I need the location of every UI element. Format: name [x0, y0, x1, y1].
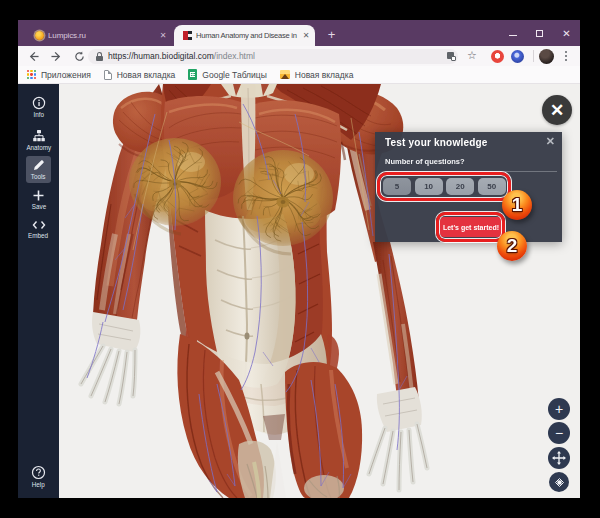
sidebar-item-help[interactable]: Help: [18, 465, 59, 488]
tab-title: Human Anatomy and Disease in: [196, 31, 298, 40]
biodigital-favicon-icon: [183, 31, 192, 40]
bookmark-newtab-1[interactable]: Новая вкладка: [104, 70, 176, 80]
sidebar-item-info[interactable]: Info: [18, 96, 59, 118]
extension-blue-icon[interactable]: [511, 50, 524, 63]
lumpics-favicon-icon: [35, 31, 44, 40]
code-icon: [32, 219, 46, 231]
sheets-icon: [188, 69, 197, 80]
quiz-title: Test your knowledge: [385, 137, 488, 148]
address-bar[interactable]: https://human.biodigital.com/index.html: [88, 49, 458, 65]
page-icon: [104, 70, 112, 80]
bookmark-star-icon[interactable]: ☆: [467, 50, 477, 61]
sidebar-item-anatomy[interactable]: Anatomy: [18, 129, 59, 151]
url-text: https://human.biodigital.com/index.html: [108, 51, 255, 61]
tab-close-icon[interactable]: ✕: [159, 32, 167, 40]
bookmark-apps[interactable]: Приложения: [27, 70, 91, 80]
close-window-button[interactable]: ✕: [553, 20, 580, 46]
question-count-label: Number of questions?: [385, 157, 465, 166]
question-circle-icon: [31, 465, 46, 480]
tab-strip: Lumpics.ru ✕ Human Anatomy and Disease i…: [18, 20, 580, 46]
sidebar-item-tools[interactable]: Tools: [18, 159, 59, 180]
minimize-button[interactable]: [499, 20, 526, 46]
annotation-step-1: 1: [502, 190, 532, 220]
app-sidebar: Info Anatomy Tools Save: [18, 84, 59, 498]
translate-icon[interactable]: [447, 52, 456, 61]
bookmark-sheets[interactable]: Google Таблицы: [188, 69, 266, 80]
reset-view-button[interactable]: [549, 472, 569, 492]
eye-icon: [553, 476, 566, 489]
quiz-close-icon[interactable]: ✕: [546, 135, 555, 148]
sidebar-item-embed[interactable]: Embed: [18, 219, 59, 239]
anatomy-hierarchy-icon: [32, 129, 46, 143]
zoom-out-button[interactable]: −: [548, 422, 570, 444]
viewer-close-button[interactable]: ✕: [542, 95, 572, 125]
apps-grid-icon: [27, 70, 36, 79]
annotation-highlight-start: [436, 212, 505, 242]
profile-avatar[interactable]: [539, 49, 554, 64]
info-circle-icon: [32, 96, 46, 110]
annotation-step-2: 2: [497, 231, 527, 261]
new-tab-button[interactable]: +: [323, 27, 340, 44]
browser-menu-icon[interactable]: [564, 49, 568, 63]
forward-button[interactable]: [48, 46, 64, 66]
bookmark-newtab-2[interactable]: Новая вкладка: [280, 70, 354, 80]
sidebar-item-save[interactable]: Save: [18, 189, 59, 210]
reload-button[interactable]: [71, 46, 87, 66]
image-icon: [280, 70, 290, 79]
page-content: Info Anatomy Tools Save: [18, 84, 580, 498]
pan-icon: [552, 451, 566, 465]
extension-red-icon[interactable]: [491, 50, 504, 63]
pencil-icon: [32, 159, 45, 172]
bookmarks-bar: Приложения Новая вкладка Google Таблицы …: [18, 66, 580, 84]
maximize-button[interactable]: [526, 20, 553, 46]
window-controls: ✕: [499, 20, 580, 46]
annotation-highlight-options: [377, 172, 511, 201]
tab-close-icon[interactable]: ✕: [302, 32, 310, 40]
tab-title: Lumpics.ru: [48, 31, 155, 40]
lock-icon: [96, 52, 103, 61]
zoom-in-button[interactable]: +: [548, 398, 570, 420]
tab-biodigital[interactable]: Human Anatomy and Disease in ✕: [174, 25, 315, 46]
anatomy-viewport[interactable]: ✕ Test your knowledge ✕ Number of questi…: [59, 84, 580, 498]
browser-toolbar: https://human.biodigital.com/index.html …: [18, 46, 580, 66]
browser-window: Lumpics.ru ✕ Human Anatomy and Disease i…: [18, 20, 580, 498]
tab-lumpics[interactable]: Lumpics.ru ✕: [25, 25, 173, 46]
plus-icon: [32, 189, 45, 202]
back-button[interactable]: [25, 46, 41, 66]
pan-button[interactable]: [548, 447, 570, 469]
toolbar-separator: [533, 50, 534, 62]
